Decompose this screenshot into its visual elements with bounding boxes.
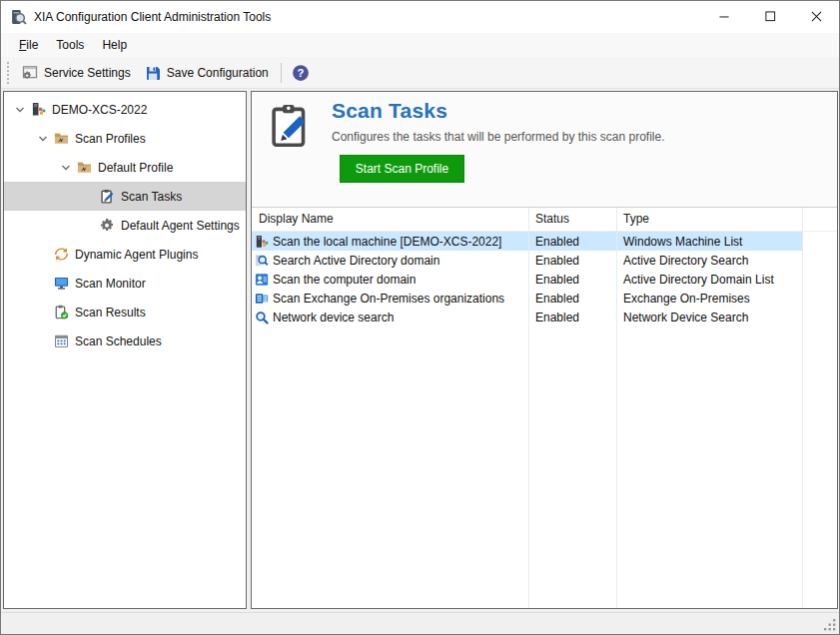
app-icon bbox=[10, 9, 27, 26]
cell-display-name: Network device search bbox=[252, 311, 528, 324]
schedule-icon bbox=[54, 333, 69, 348]
minimize-button[interactable] bbox=[701, 1, 747, 33]
table-header: Display NameStatusType bbox=[252, 208, 837, 232]
table-row-network-device-search[interactable]: Network device searchEnabledNetwork Devi… bbox=[252, 308, 802, 326]
agent-settings-icon bbox=[100, 218, 115, 233]
row-display-name: Scan Exchange On-Premises organizations bbox=[273, 292, 504, 306]
tree-item-label: DEMO-XCS-2022 bbox=[52, 103, 147, 117]
help-icon[interactable]: ? bbox=[292, 64, 310, 82]
cell-status: Enabled bbox=[528, 235, 616, 249]
cell-status: Enabled bbox=[528, 273, 616, 287]
chevron-down-icon[interactable] bbox=[14, 104, 26, 116]
page-title: Scan Tasks bbox=[332, 99, 665, 123]
cell-status: Enabled bbox=[528, 254, 616, 268]
tree-item-scan-profiles[interactable]: Scan Profiles bbox=[4, 124, 246, 153]
minimize-icon bbox=[719, 8, 730, 26]
cell-status: Enabled bbox=[528, 292, 616, 306]
toolbar-button-label: Save Configuration bbox=[167, 66, 269, 80]
chevron-down-icon[interactable] bbox=[60, 162, 72, 174]
cell-type: Windows Machine List bbox=[616, 235, 802, 249]
tree-item-scan-schedules[interactable]: Scan Schedules bbox=[4, 326, 246, 355]
toolbar-separator bbox=[281, 63, 282, 83]
row-display-name: Scan the local machine [DEMO-XCS-2022] bbox=[273, 235, 501, 249]
page-description: Configures the tasks that will be perfor… bbox=[332, 130, 665, 144]
monitor-icon bbox=[54, 276, 69, 291]
cell-type: Network Device Search bbox=[616, 311, 802, 324]
close-button[interactable] bbox=[793, 1, 839, 33]
tree-item-label: Scan Monitor bbox=[75, 277, 146, 291]
statusbar bbox=[1, 612, 839, 634]
column-header-status[interactable]: Status bbox=[528, 208, 616, 231]
header-texts: Scan Tasks Configures the tasks that wil… bbox=[332, 99, 665, 183]
tree-item-demo-xcs-2022[interactable]: DEMO-XCS-2022 bbox=[4, 95, 246, 124]
server-icon bbox=[31, 102, 46, 117]
scan-tasks-table: Display NameStatusType Scan the local ma… bbox=[252, 208, 837, 608]
cell-display-name: Scan Exchange On-Premises organizations bbox=[252, 292, 528, 306]
save-icon bbox=[145, 65, 161, 81]
scan-profile-icon bbox=[77, 160, 92, 175]
window-controls bbox=[701, 1, 839, 33]
tree-item-label: Default Agent Settings bbox=[121, 219, 240, 233]
menu-item-file[interactable]: File bbox=[10, 35, 47, 55]
service-settings-button[interactable]: Service Settings bbox=[15, 61, 138, 85]
app-window: XIA Configuration Client Administration … bbox=[0, 0, 840, 635]
column-header-type[interactable]: Type bbox=[616, 208, 837, 231]
scan-profile-icon bbox=[54, 131, 69, 146]
column-header-display-name[interactable]: Display Name bbox=[252, 208, 528, 231]
tree-item-label: Dynamic Agent Plugins bbox=[75, 248, 198, 262]
maximize-icon bbox=[765, 8, 776, 26]
toolbar: Service SettingsSave Configuration? bbox=[1, 57, 839, 89]
tree-item-scan-monitor[interactable]: Scan Monitor bbox=[4, 269, 246, 298]
cell-display-name: Scan the computer domain bbox=[252, 273, 528, 287]
tree-item-label: Default Profile bbox=[98, 161, 173, 175]
content-header: Scan Tasks Configures the tasks that wil… bbox=[252, 92, 837, 208]
maximize-button[interactable] bbox=[747, 1, 793, 33]
cell-type: Active Directory Search bbox=[616, 254, 802, 268]
tree-item-label: Scan Schedules bbox=[75, 334, 162, 348]
scan-results-icon bbox=[54, 305, 69, 319]
menu-item-tools[interactable]: Tools bbox=[47, 35, 93, 55]
table-row-scan-the-local-machine-demo-xcs-2022[interactable]: Scan the local machine [DEMO-XCS-2022]En… bbox=[252, 232, 802, 251]
table-row-scan-exchange-on-premises-organizations[interactable]: Scan Exchange On-Premises organizationsE… bbox=[252, 289, 802, 308]
window-title: XIA Configuration Client Administration … bbox=[34, 10, 701, 24]
user-icon bbox=[255, 273, 269, 287]
service-settings-icon bbox=[22, 65, 38, 81]
main-area: DEMO-XCS-2022Scan ProfilesDefault Profil… bbox=[1, 89, 839, 612]
ad-search-icon bbox=[255, 254, 269, 268]
svg-text:?: ? bbox=[297, 67, 304, 79]
tree-item-dynamic-agent-plugins[interactable]: Dynamic Agent Plugins bbox=[4, 240, 246, 269]
row-display-name: Network device search bbox=[273, 311, 394, 324]
cell-status: Enabled bbox=[528, 311, 616, 324]
windows-machine-icon bbox=[255, 235, 269, 249]
table-row-scan-the-computer-domain[interactable]: Scan the computer domainEnabledActive Di… bbox=[252, 270, 802, 289]
plugin-icon bbox=[54, 247, 69, 262]
tree-item-label: Scan Tasks bbox=[121, 190, 182, 204]
cell-type: Exchange On-Premises bbox=[616, 292, 802, 306]
content-panel: Scan Tasks Configures the tasks that wil… bbox=[251, 91, 838, 609]
scan-tasks-icon bbox=[100, 189, 115, 204]
exchange-icon bbox=[255, 292, 269, 306]
table-body: Scan the local machine [DEMO-XCS-2022]En… bbox=[252, 232, 837, 326]
row-display-name: Search Active Directory domain bbox=[273, 254, 439, 268]
start-scan-profile-button[interactable]: Start Scan Profile bbox=[340, 155, 464, 183]
titlebar: XIA Configuration Client Administration … bbox=[1, 1, 839, 33]
tree-item-label: Scan Profiles bbox=[75, 132, 146, 146]
save-configuration-button[interactable]: Save Configuration bbox=[138, 61, 276, 85]
tree-item-scan-tasks[interactable]: Scan Tasks bbox=[4, 182, 246, 211]
menu-item-help[interactable]: Help bbox=[93, 35, 136, 55]
resize-grip[interactable] bbox=[823, 618, 837, 632]
cell-display-name: Search Active Directory domain bbox=[252, 254, 528, 268]
tree-item-default-profile[interactable]: Default Profile bbox=[4, 153, 246, 182]
scan-tasks-large-icon bbox=[269, 103, 315, 149]
close-icon bbox=[811, 8, 822, 26]
tree-item-scan-results[interactable]: Scan Results bbox=[4, 298, 246, 326]
chevron-down-icon[interactable] bbox=[37, 133, 49, 145]
navigation-tree: DEMO-XCS-2022Scan ProfilesDefault Profil… bbox=[3, 91, 247, 609]
table-row-search-active-directory-domain[interactable]: Search Active Directory domainEnabledAct… bbox=[252, 251, 802, 270]
network-search-icon bbox=[255, 311, 269, 324]
tree-item-default-agent-settings[interactable]: Default Agent Settings bbox=[4, 211, 246, 240]
cell-type: Active Directory Domain List bbox=[616, 273, 802, 287]
toolbar-button-label: Service Settings bbox=[44, 66, 131, 80]
toolbar-drag-handle[interactable] bbox=[6, 62, 10, 84]
row-display-name: Scan the computer domain bbox=[273, 273, 416, 287]
